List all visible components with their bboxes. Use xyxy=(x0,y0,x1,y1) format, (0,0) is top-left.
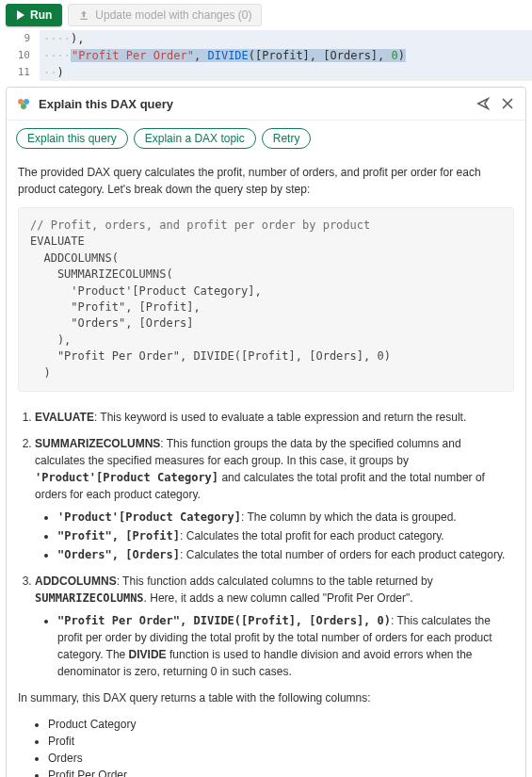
explanation-intro: The provided DAX query calculates the pr… xyxy=(18,164,514,198)
dax-code-block: // Profit, orders, and profit per order … xyxy=(18,207,514,392)
explanation-subitem: "Orders", [Orders]: Calculates the total… xyxy=(57,546,514,563)
update-label: Update model with changes (0) xyxy=(95,8,251,22)
send-icon[interactable] xyxy=(475,95,492,112)
code-editor[interactable]: 9····),10····"Profit·Per·Order", DIVIDE(… xyxy=(0,30,532,81)
svg-point-0 xyxy=(18,99,24,105)
panel-title: Explain this DAX query xyxy=(39,97,467,111)
explanation-item: EVALUATE: This keyword is used to evalua… xyxy=(35,409,514,426)
line-number: 9 xyxy=(0,30,40,47)
code-line[interactable]: ····), xyxy=(40,30,532,47)
summary-column: Profit xyxy=(48,733,514,750)
play-icon xyxy=(16,10,25,20)
suggestion-chip[interactable]: Explain a DAX topic xyxy=(134,128,256,149)
summary-column: Product Category xyxy=(48,716,514,733)
close-icon[interactable] xyxy=(499,95,516,112)
explain-panel: Explain this DAX query Explain this quer… xyxy=(6,87,526,777)
summary-column: Orders xyxy=(48,750,514,767)
copilot-icon xyxy=(16,96,31,111)
run-label: Run xyxy=(30,8,52,22)
svg-point-2 xyxy=(21,104,26,109)
run-button[interactable]: Run xyxy=(6,4,62,26)
update-model-button: Update model with changes (0) xyxy=(68,4,262,26)
svg-point-1 xyxy=(24,99,29,105)
explanation-subitem: "Profit Per Order", DIVIDE([Profit], [Or… xyxy=(57,612,514,680)
summary-lead: In summary, this DAX query returns a tab… xyxy=(18,689,514,706)
summary-column: Profit Per Order xyxy=(48,767,514,777)
upload-icon xyxy=(78,9,89,21)
explanation-item: ADDCOLUMNS: This function adds calculate… xyxy=(35,573,514,680)
code-line[interactable]: ··) xyxy=(40,64,532,81)
explanation-item: SUMMARIZECOLUMNS: This function groups t… xyxy=(35,435,514,563)
suggestion-chip[interactable]: Explain this query xyxy=(16,128,128,149)
code-line[interactable]: ····"Profit·Per·Order", DIVIDE([Profit],… xyxy=(40,47,532,64)
line-number: 11 xyxy=(0,64,40,81)
explanation-subitem: 'Product'[Product Category]: The column … xyxy=(57,509,514,526)
explanation-subitem: "Profit", [Profit]: Calculates the total… xyxy=(57,527,514,544)
line-number: 10 xyxy=(0,47,40,64)
suggestion-chip[interactable]: Retry xyxy=(262,128,312,149)
